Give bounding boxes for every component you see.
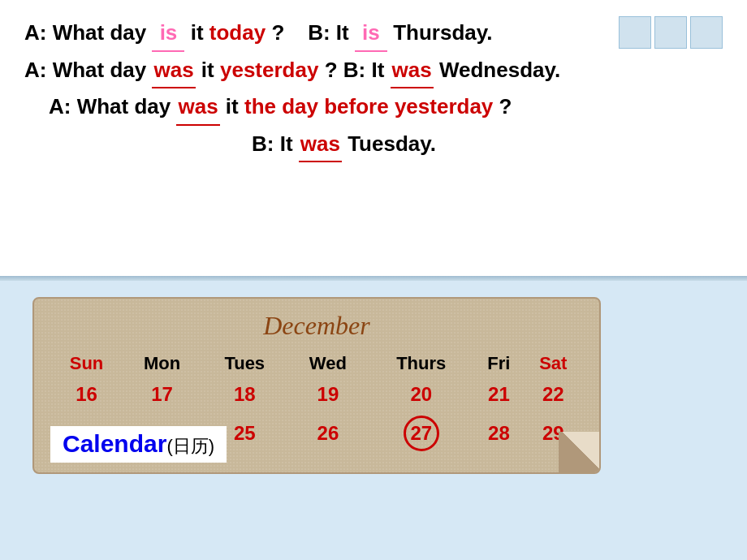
line1-b-label: B: It	[308, 20, 349, 45]
dialog-line-3: A: What day was it the day before yester…	[24, 90, 723, 126]
deco-boxes	[619, 16, 723, 49]
line1-blank1: is	[152, 16, 184, 52]
header-sat: Sat	[524, 349, 583, 378]
calendar-row-1: 16 17 18 19 20 21 22	[50, 378, 583, 411]
day-17: 17	[123, 378, 201, 411]
deco-box-3	[690, 16, 723, 49]
line2-yesterday: yesterday	[220, 58, 318, 82]
line2-a-label: A: What day	[24, 58, 146, 82]
header-mon: Mon	[123, 349, 201, 378]
dialog-line-2: A: What day was it yesterday ? B: It was…	[24, 54, 723, 89]
calendar-header-row: Sun Mon Tues Wed Thurs Fri Sat	[50, 349, 583, 378]
day-27-circle: 27	[404, 416, 439, 451]
dialog-line-1: A: What day is it today ? B: It is Thurs…	[24, 16, 723, 52]
line1-end: Thursday.	[393, 20, 492, 45]
day-16: 16	[50, 378, 123, 411]
line1-it-label: it	[191, 20, 209, 45]
line3-blank1: was	[176, 90, 219, 126]
deco-box-1	[619, 16, 651, 49]
day-22: 22	[524, 378, 583, 411]
line1-blank2: is	[355, 16, 387, 52]
line3-a-label: A: What day	[49, 94, 171, 118]
day-26: 26	[288, 411, 369, 456]
line4-blank: was	[299, 127, 342, 163]
day-18: 18	[201, 378, 288, 411]
deco-box-2	[654, 16, 687, 49]
day-28: 28	[474, 411, 523, 456]
line1-today: today	[209, 20, 266, 45]
day-20: 20	[368, 378, 474, 411]
line4-b-label: B: It	[252, 131, 293, 156]
day-19: 19	[288, 378, 369, 411]
line4-end: Tuesday.	[348, 131, 436, 156]
calendar-month: December	[50, 311, 583, 341]
line2-blank2: was	[391, 54, 434, 89]
line3-it-label: it	[226, 94, 244, 118]
calendar-label-en: Calendar	[63, 430, 166, 457]
calendar-label: Calendar(日历)	[50, 426, 227, 463]
line1-question: ?	[271, 20, 308, 45]
line2-question: ?	[325, 58, 338, 82]
header-fri: Fri	[474, 349, 523, 378]
main-content: A: What day is it today ? B: It is Thurs…	[0, 0, 747, 276]
line2-end: Wednesday.	[439, 58, 560, 82]
calendar-area: December Sun Mon Tues Wed Thurs Fri Sat …	[0, 281, 747, 482]
calendar-label-zh: (日历)	[166, 436, 214, 456]
calendar-box: December Sun Mon Tues Wed Thurs Fri Sat …	[32, 297, 601, 474]
line2-b-label: B: It	[343, 58, 385, 82]
header-wed: Wed	[288, 349, 369, 378]
day-29: 29	[524, 411, 583, 456]
line3-phrase: the day before yesterday	[244, 94, 493, 118]
header-tues: Tues	[201, 349, 288, 378]
header-thurs: Thurs	[368, 349, 474, 378]
line1-a-label: A: What day	[24, 20, 146, 45]
line3-question: ?	[499, 94, 512, 118]
header-sun: Sun	[50, 349, 123, 378]
day-27-cell: 27	[368, 411, 474, 456]
dialog-line-4: B: It was Tuesday.	[24, 127, 723, 163]
day-21: 21	[474, 378, 523, 411]
line2-blank1: was	[152, 54, 195, 89]
dialog-section: A: What day is it today ? B: It is Thurs…	[24, 16, 723, 162]
line2-it-label: it	[201, 58, 220, 82]
